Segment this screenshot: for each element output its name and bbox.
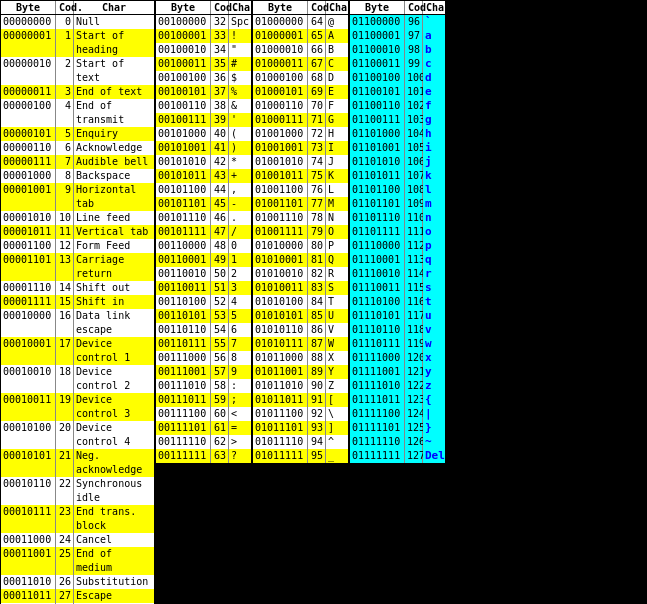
- char-cell: K: [326, 169, 348, 183]
- char-cell: (: [229, 127, 251, 141]
- table-row: 01110100116t: [350, 295, 445, 309]
- byte-cell: 01000011: [253, 57, 308, 71]
- table-row: 0110000096`: [350, 15, 445, 29]
- table-row: 0001101127Escape: [1, 589, 154, 603]
- byte-cell: 01001011: [253, 169, 308, 183]
- char-cell: y: [423, 365, 445, 379]
- byte-cell: 01011000: [253, 351, 308, 365]
- char-cell: 8: [229, 351, 251, 365]
- byte-cell: 01100100: [350, 71, 405, 85]
- char-cell: x: [423, 351, 445, 365]
- char-cell: J: [326, 155, 348, 169]
- byte-cell: 01010101: [253, 309, 308, 323]
- code-cell: 101: [405, 85, 423, 99]
- byte-cell: 00010101: [1, 449, 56, 477]
- byte-cell: 00111001: [156, 365, 211, 379]
- char-cell: 2: [229, 267, 251, 281]
- table-row: 0010000032Spc: [156, 15, 251, 29]
- code-cell: 53: [211, 309, 229, 323]
- code-cell: 17: [56, 337, 74, 365]
- byte-cell: 00110100: [156, 295, 211, 309]
- byte-cell: 00110111: [156, 337, 211, 351]
- table-row: 01111011123{: [350, 393, 445, 407]
- char-cell: k: [423, 169, 445, 183]
- code-cell: 48: [211, 239, 229, 253]
- byte-cell: 01100110: [350, 99, 405, 113]
- code-cell: 49: [211, 253, 229, 267]
- code-cell: 23: [56, 505, 74, 533]
- char-cell: -: [229, 197, 251, 211]
- byte-cell: 00101000: [156, 127, 211, 141]
- table-row: 0101110092\: [253, 407, 348, 421]
- code-cell: 126: [405, 435, 423, 449]
- char-cell: Data link escape: [74, 309, 154, 337]
- table-row: 0000101111Vertical tab: [1, 225, 154, 239]
- table-row: 0100110076L: [253, 183, 348, 197]
- char-cell: z: [423, 379, 445, 393]
- byte-cell: 01100011: [350, 57, 405, 71]
- byte-cell: 00001111: [1, 295, 56, 309]
- table-row: 0100011171G: [253, 113, 348, 127]
- byte-cell: 01110101: [350, 309, 405, 323]
- table-row: 00110010502: [156, 267, 251, 281]
- char-cell: ": [229, 43, 251, 57]
- code-cell: 114: [405, 267, 423, 281]
- section-1: ByteCod.Char000000000Null000000011Start …: [1, 1, 156, 604]
- byte-cell: 00001000: [1, 169, 56, 183]
- code-cell: 7: [56, 155, 74, 169]
- char-cell: 3: [229, 281, 251, 295]
- char-cell: n: [423, 211, 445, 225]
- char-cell: 5: [229, 309, 251, 323]
- char-cell: S: [326, 281, 348, 295]
- byte-cell: 01001000: [253, 127, 308, 141]
- char-cell: 0: [229, 239, 251, 253]
- char-cell: m: [423, 197, 445, 211]
- code-cell: 16: [56, 309, 74, 337]
- code-cell: 91: [308, 393, 326, 407]
- char-cell: 4: [229, 295, 251, 309]
- char-cell: r: [423, 267, 445, 281]
- byte-cell: 01111100: [350, 407, 405, 421]
- byte-cell: 00100110: [156, 99, 211, 113]
- char-cell: f: [423, 99, 445, 113]
- table-row: 0100101175K: [253, 169, 348, 183]
- code-cell: 74: [308, 155, 326, 169]
- char-cell: v: [423, 323, 445, 337]
- column-header-row: ByteCod.Char: [350, 1, 445, 15]
- code-cell: 102: [405, 99, 423, 113]
- char-cell: A: [326, 29, 348, 43]
- code-cell: 60: [211, 407, 229, 421]
- byte-cell: 01010110: [253, 323, 308, 337]
- table-row: 000001117Audible bell: [1, 155, 154, 169]
- char-cell: w: [423, 337, 445, 351]
- byte-cell: 00110011: [156, 281, 211, 295]
- char-cell: ]: [326, 421, 348, 435]
- byte-cell: 00111000: [156, 351, 211, 365]
- col-header-byte: Byte: [350, 1, 405, 14]
- table-row: 01101011107k: [350, 169, 445, 183]
- byte-cell: 01000101: [253, 85, 308, 99]
- table-row: 0010100141): [156, 141, 251, 155]
- table-row: 0100001167C: [253, 57, 348, 71]
- table-row: 01101100108l: [350, 183, 445, 197]
- code-cell: 106: [405, 155, 423, 169]
- table-row: 0001001119Device control 3: [1, 393, 154, 421]
- byte-cell: 00000100: [1, 99, 56, 127]
- byte-cell: 00010011: [1, 393, 56, 421]
- byte-cell: 00101001: [156, 141, 211, 155]
- char-cell: Enquiry: [74, 127, 154, 141]
- table-row: 0001001018Device control 2: [1, 365, 154, 393]
- table-row: 0101011086V: [253, 323, 348, 337]
- char-cell: @: [326, 15, 348, 29]
- table-row: 0101101090Z: [253, 379, 348, 393]
- table-row: 0100111179O: [253, 225, 348, 239]
- byte-cell: 00010000: [1, 309, 56, 337]
- code-cell: 57: [211, 365, 229, 379]
- byte-cell: 01001101: [253, 197, 308, 211]
- char-cell: <: [229, 407, 251, 421]
- code-cell: 50: [211, 267, 229, 281]
- byte-cell: 01110111: [350, 337, 405, 351]
- code-cell: 115: [405, 281, 423, 295]
- col-header-byte: Byte: [1, 1, 56, 14]
- table-row: 00110001491: [156, 253, 251, 267]
